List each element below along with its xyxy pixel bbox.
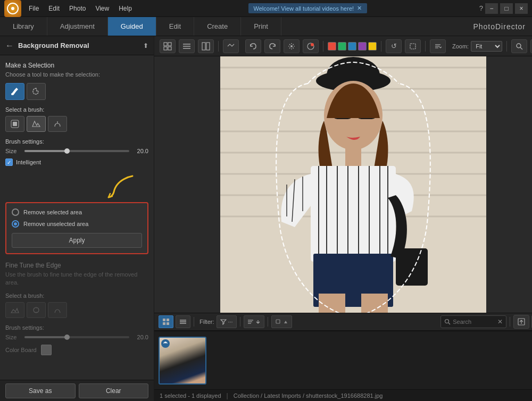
crop-button[interactable] xyxy=(405,39,421,53)
menu-photo[interactable]: Photo xyxy=(65,4,90,13)
radio-remove-unselected[interactable]: Remove unselected area xyxy=(12,220,142,228)
svg-point-23 xyxy=(517,44,521,48)
fine-tune-brush-3[interactable] xyxy=(48,302,67,318)
notification-close-icon[interactable]: ✕ xyxy=(357,5,362,12)
menu-help[interactable]: Help xyxy=(114,4,136,13)
swatch-green[interactable] xyxy=(338,42,346,51)
brush-tool-button[interactable] xyxy=(5,83,24,100)
tab-library[interactable]: Library xyxy=(0,17,47,36)
right-area: ↺ Zoom: Fit 100% 50% 200% xyxy=(154,36,532,401)
fine-tune-brush-1[interactable] xyxy=(5,302,24,318)
fs-separator-4 xyxy=(510,317,510,327)
tab-print[interactable]: Print xyxy=(241,17,281,36)
close-button[interactable]: × xyxy=(515,3,528,14)
clear-button[interactable]: Clear xyxy=(79,383,149,398)
svg-rect-10 xyxy=(168,47,171,50)
import-button[interactable] xyxy=(513,315,529,329)
toolbar-separator-4 xyxy=(425,41,426,52)
svg-point-68 xyxy=(445,320,449,323)
radio-section: Remove selected area Remove unselected a… xyxy=(5,202,148,254)
save-as-button[interactable]: Save as xyxy=(5,383,76,398)
swatch-blue[interactable] xyxy=(348,42,356,51)
panel-title: Background Removal xyxy=(18,41,139,49)
view-tool-4[interactable] xyxy=(223,39,239,53)
fine-tune-brush-2[interactable] xyxy=(27,302,46,318)
fine-tune-size-slider[interactable] xyxy=(24,336,129,338)
fs-separator-2 xyxy=(240,317,240,327)
magnify-button[interactable] xyxy=(511,39,527,53)
menu-bar: File Edit Photo View Help xyxy=(24,4,136,13)
undo-button[interactable] xyxy=(245,39,261,53)
filmstrip-grid-view[interactable] xyxy=(159,315,173,328)
apply-button[interactable]: Apply xyxy=(12,233,142,248)
swatch-purple[interactable] xyxy=(358,42,367,51)
size-value: 20.0 xyxy=(134,148,148,154)
filter-label: Filter: xyxy=(200,319,214,325)
zoom-controls: Zoom: Fit 100% 50% 200% xyxy=(452,41,502,52)
brush-type-2[interactable] xyxy=(27,116,46,132)
notification-bar[interactable]: Welcome! View all tutorial videos here! … xyxy=(248,3,368,13)
radio-selected-outer xyxy=(12,208,19,216)
svg-rect-58 xyxy=(167,319,169,321)
menu-file[interactable]: File xyxy=(24,4,43,13)
menu-view[interactable]: View xyxy=(91,4,113,13)
search-clear-icon[interactable]: ✕ xyxy=(497,318,503,325)
view-tool-2[interactable] xyxy=(179,39,195,53)
fine-tune-brush-label: Select a brush: xyxy=(5,293,148,299)
filter-button[interactable]: ··· xyxy=(217,315,237,328)
redo-button[interactable] xyxy=(264,39,280,53)
fine-tune-desc: Use the brush to fine tune the edge of t… xyxy=(5,271,148,287)
panel-content: Make a Selection Choose a tool to make t… xyxy=(0,55,154,380)
search-box: ✕ xyxy=(440,315,506,328)
settings-button[interactable] xyxy=(284,39,300,53)
tab-edit[interactable]: Edit xyxy=(156,17,194,36)
color-board-label: Color Board xyxy=(5,347,37,353)
canvas-area xyxy=(154,56,532,313)
svg-rect-8 xyxy=(168,43,171,46)
brush-buttons xyxy=(5,116,148,132)
svg-point-18 xyxy=(311,43,314,46)
tab-guided[interactable]: Guided xyxy=(108,17,156,36)
minimize-button[interactable]: − xyxy=(485,3,498,14)
view-tool-1[interactable] xyxy=(160,39,176,53)
brush-type-3[interactable] xyxy=(48,116,67,132)
status-bar: 1 selected - 1 displayed | Collection / … xyxy=(154,389,532,401)
maximize-button[interactable]: □ xyxy=(500,3,513,14)
svg-rect-41 xyxy=(311,166,396,262)
refresh-button[interactable]: ↺ xyxy=(386,39,402,53)
size-slider[interactable] xyxy=(24,150,129,152)
svg-rect-59 xyxy=(163,322,165,325)
lasso-tool-button[interactable] xyxy=(27,83,46,100)
title-bar-left: File Edit Photo View Help xyxy=(4,0,136,17)
tab-create[interactable]: Create xyxy=(194,17,241,36)
radio-unselected-outer xyxy=(12,220,19,228)
brush-type-1[interactable] xyxy=(5,116,24,132)
sort-button[interactable] xyxy=(430,39,446,53)
panel-back-button[interactable]: ← xyxy=(5,41,14,51)
intelligent-row: ✓ Intelligent xyxy=(5,158,148,166)
tab-adjustment[interactable]: Adjustment xyxy=(47,17,108,36)
swatch-red[interactable] xyxy=(328,42,336,51)
intelligent-checkbox[interactable]: ✓ xyxy=(5,158,13,166)
svg-rect-57 xyxy=(163,319,165,321)
color-board-swatch[interactable] xyxy=(41,345,52,355)
view-tool-3[interactable] xyxy=(198,39,214,53)
svg-rect-40 xyxy=(345,147,361,169)
zoom-select[interactable]: Fit 100% 50% 200% xyxy=(471,41,502,52)
menu-edit[interactable]: Edit xyxy=(44,4,64,13)
brush-settings-label: Brush settings: xyxy=(5,138,148,145)
fine-tune-size-label: Size xyxy=(5,334,20,340)
sort-button-2[interactable] xyxy=(244,315,264,328)
film-thumb-1[interactable] xyxy=(159,337,206,385)
filmstrip-list-view[interactable] xyxy=(176,315,190,328)
film-thumb-badge xyxy=(161,339,170,348)
flag-button[interactable] xyxy=(271,315,292,328)
swatch-yellow[interactable] xyxy=(368,42,377,51)
search-input[interactable] xyxy=(453,319,495,325)
panel-export-button[interactable]: ⬆ xyxy=(143,42,148,49)
left-panel: ← Background Removal ⬆ Make a Selection … xyxy=(0,36,154,401)
help-icon[interactable]: ? xyxy=(479,4,483,12)
notification-text: Welcome! View all tutorial videos here! xyxy=(254,5,354,12)
notification-badge[interactable] xyxy=(303,39,319,53)
radio-remove-selected[interactable]: Remove selected area xyxy=(12,208,142,216)
